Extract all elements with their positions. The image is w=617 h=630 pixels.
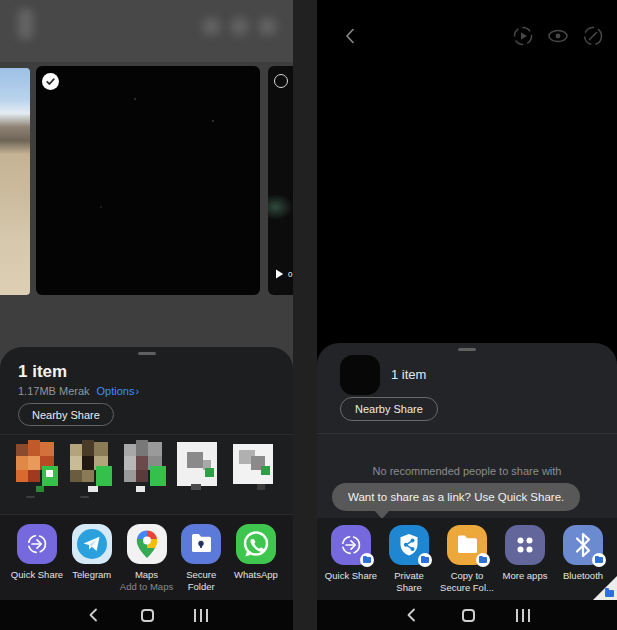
viewer-top-bar	[317, 22, 617, 50]
censored-name	[26, 496, 35, 498]
unselected-radio-icon[interactable]	[274, 74, 288, 88]
telegram-icon	[72, 524, 112, 564]
play-icon	[275, 269, 284, 279]
secure-folder-badge-icon	[418, 553, 432, 567]
recents-icon[interactable]	[194, 609, 208, 622]
app-whatsapp[interactable]: WhatsApp	[229, 524, 283, 600]
carousel-selected-photo[interactable]	[36, 66, 260, 295]
app-maps[interactable]: Maps Add to Maps	[120, 524, 174, 600]
back-icon[interactable]	[86, 607, 102, 623]
share-title: 1 item	[18, 362, 67, 382]
share-sheet-left: 1 item 1.17MB Merak Options› Nearby Shar…	[0, 347, 293, 630]
share-sheet-right: 1 item Nearby Share No recommended peopl…	[317, 343, 617, 630]
home-icon[interactable]	[141, 609, 154, 622]
pixelated-contact-2[interactable]	[70, 440, 116, 492]
back-icon[interactable]	[404, 607, 420, 623]
shared-item-thumbnail	[340, 355, 380, 395]
back-icon[interactable]	[341, 26, 361, 46]
no-recommended-text: No recommended people to share with	[317, 465, 617, 477]
pixelated-avatar	[70, 440, 116, 492]
app-secure-folder[interactable]: Secure Folder	[174, 524, 228, 600]
censored-name	[80, 496, 89, 498]
quick-share-icon	[23, 530, 51, 558]
pixelated-contact-1[interactable]	[16, 440, 62, 492]
motion-photo-icon[interactable]	[511, 24, 535, 48]
secure-folder-badge-icon	[360, 553, 374, 567]
pixelated-contact-5[interactable]	[231, 440, 277, 492]
blurred-action-button-3[interactable]	[258, 17, 277, 36]
pixelated-avatar	[231, 440, 277, 492]
left-screenshot-gallery-share: 0 1 item 1.17MB Merak Options› Nearby Sh…	[0, 0, 293, 630]
pixelated-avatar	[16, 440, 62, 492]
drag-handle[interactable]	[138, 352, 156, 355]
share-app-row-left: Quick Share Telegram	[0, 514, 293, 600]
app-quick-share[interactable]: Quick Share	[10, 524, 64, 600]
app-telegram[interactable]: Telegram	[65, 524, 119, 600]
pixelated-avatar	[177, 440, 223, 492]
app-quick-share[interactable]: Quick Share	[324, 525, 378, 600]
secure-folder-icon	[181, 524, 221, 564]
share-title: 1 item	[391, 367, 426, 382]
eye-details-icon[interactable]	[546, 24, 570, 48]
blurred-action-button-2[interactable]	[230, 17, 249, 36]
suggested-contacts-row	[0, 440, 293, 514]
blurred-back-button[interactable]	[18, 9, 33, 39]
share-app-row-right: Quick Share Private S	[317, 518, 617, 600]
recents-icon[interactable]	[516, 609, 530, 622]
options-link[interactable]: Options›	[97, 385, 140, 397]
right-screenshot-viewer-share: 1 item Nearby Share No recommended peopl…	[317, 0, 617, 630]
app-copy-to-secure-folder[interactable]: Copy to Secure Fol...	[440, 525, 494, 600]
share-meta-row: 1.17MB Merak Options›	[18, 385, 139, 397]
nav-bar-left	[0, 600, 293, 630]
pixelated-contact-4[interactable]	[177, 440, 223, 492]
file-size-and-name: 1.17MB Merak	[18, 385, 90, 397]
home-icon[interactable]	[462, 609, 475, 622]
blurred-action-button-1[interactable]	[202, 17, 221, 36]
video-duration: 0	[275, 269, 292, 279]
carousel-previous-photo[interactable]	[0, 68, 30, 295]
divider	[317, 433, 617, 434]
check-icon	[45, 76, 56, 87]
drag-handle[interactable]	[458, 348, 476, 351]
secure-folder-badge-icon	[592, 553, 606, 567]
two-screenshot-collage: 0 1 item 1.17MB Merak Options› Nearby Sh…	[0, 0, 617, 630]
pixelated-avatar	[124, 440, 170, 492]
nearby-share-button[interactable]: Nearby Share	[18, 403, 114, 426]
divider	[0, 434, 293, 435]
google-maps-icon	[127, 524, 167, 564]
app-maps-sublabel: Add to Maps	[117, 581, 177, 593]
gallery-header-blurred	[0, 0, 293, 62]
secure-folder-badge-icon	[476, 553, 490, 567]
edit-icon[interactable]	[581, 24, 605, 48]
app-more-apps[interactable]: More apps	[498, 525, 552, 600]
quick-share-tooltip: Want to share as a link? Use Quick Share…	[332, 483, 580, 511]
nearby-share-button[interactable]: Nearby Share	[340, 397, 438, 421]
pixelated-contact-3[interactable]	[124, 440, 170, 492]
whatsapp-icon	[236, 524, 276, 564]
more-apps-icon	[505, 525, 545, 565]
app-private-share[interactable]: Private Share	[382, 525, 436, 600]
nav-bar-right	[317, 600, 617, 630]
selected-check-badge[interactable]	[42, 73, 59, 90]
secure-folder-corner-icon	[605, 590, 614, 597]
carousel-next-video[interactable]: 0	[268, 66, 293, 295]
chevron-right-icon: ›	[135, 385, 139, 397]
